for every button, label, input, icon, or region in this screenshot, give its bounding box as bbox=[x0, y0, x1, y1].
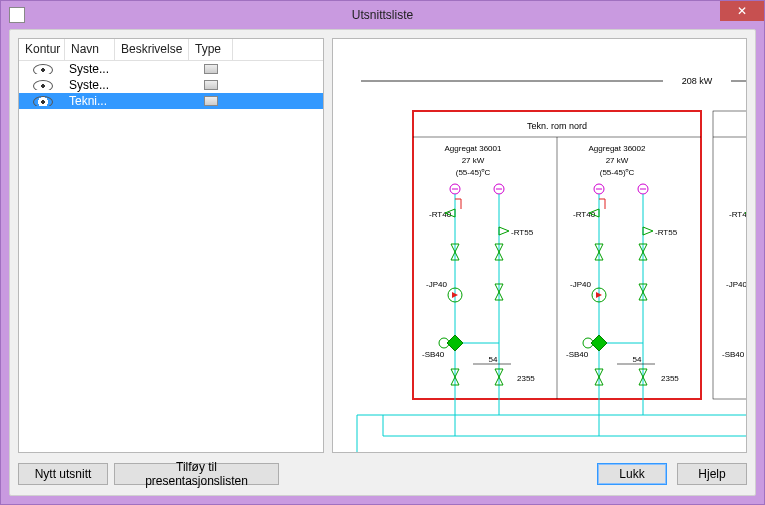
lukk-button[interactable]: Lukk bbox=[597, 463, 667, 485]
svg-text:-SB40: -SB40 bbox=[722, 350, 745, 359]
room-title: Tekn. rom nord bbox=[527, 121, 587, 131]
eye-icon bbox=[33, 80, 51, 90]
svg-text:54: 54 bbox=[633, 355, 642, 364]
type-swatch bbox=[204, 64, 218, 74]
svg-text:(55-45)ºC: (55-45)ºC bbox=[600, 168, 635, 177]
svg-text:54: 54 bbox=[489, 355, 498, 364]
col-header-type[interactable]: Type bbox=[189, 39, 233, 60]
unit-3: A -RT40 -JP40 -SB40 bbox=[713, 111, 747, 399]
titlebar: Utsnittsliste ✕ bbox=[1, 1, 764, 29]
svg-text:27 kW: 27 kW bbox=[462, 156, 485, 165]
svg-text:2355: 2355 bbox=[517, 374, 535, 383]
col-header-kontur[interactable]: Kontur bbox=[19, 39, 65, 60]
nytt-utsnitt-button[interactable]: Nytt utsnitt bbox=[18, 463, 108, 485]
window: Utsnittsliste ✕ Kontur Navn Beskrivelse … bbox=[0, 0, 765, 505]
button-row: Nytt utsnitt Tilføy til presentasjonslis… bbox=[18, 463, 747, 487]
list-row[interactable]: Tekni... bbox=[19, 93, 323, 109]
svg-text:27 kW: 27 kW bbox=[606, 156, 629, 165]
unit-1: Aggregat 36001 27 kW (55-45)ºC -RT40 -RT… bbox=[422, 144, 535, 399]
eye-icon bbox=[33, 64, 51, 74]
svg-marker-30 bbox=[447, 335, 463, 351]
close-button[interactable]: ✕ bbox=[720, 1, 764, 21]
preview-panel: 208 kW Tekn. rom nord Aggregat 36001 27 … bbox=[332, 38, 747, 453]
power-label: 208 kW bbox=[682, 76, 713, 86]
svg-text:-RT40: -RT40 bbox=[729, 210, 747, 219]
cell-navn: Syste... bbox=[65, 78, 115, 92]
svg-text:-SB40: -SB40 bbox=[422, 350, 445, 359]
cell-navn: Tekni... bbox=[65, 94, 115, 108]
svg-text:Aggregat 36002: Aggregat 36002 bbox=[589, 144, 646, 153]
svg-text:-RT55: -RT55 bbox=[655, 228, 678, 237]
tilfoy-button[interactable]: Tilføy til presentasjonslisten bbox=[114, 463, 279, 485]
eye-icon bbox=[33, 96, 51, 106]
svg-marker-18 bbox=[499, 227, 509, 235]
type-swatch bbox=[204, 80, 218, 90]
svg-text:(55-45)ºC: (55-45)ºC bbox=[456, 168, 491, 177]
window-title: Utsnittsliste bbox=[1, 8, 764, 22]
svg-marker-53 bbox=[643, 227, 653, 235]
svg-text:-SB40: -SB40 bbox=[566, 350, 589, 359]
client-area: Kontur Navn Beskrivelse Type Syste... Sy… bbox=[9, 29, 756, 496]
cell-navn: Syste... bbox=[65, 62, 115, 76]
svg-marker-65 bbox=[591, 335, 607, 351]
col-header-navn[interactable]: Navn bbox=[65, 39, 115, 60]
close-icon: ✕ bbox=[737, 4, 747, 18]
list-panel: Kontur Navn Beskrivelse Type Syste... Sy… bbox=[18, 38, 324, 453]
svg-text:2355: 2355 bbox=[661, 374, 679, 383]
svg-text:-JP40: -JP40 bbox=[570, 280, 591, 289]
diagram: 208 kW Tekn. rom nord Aggregat 36001 27 … bbox=[333, 39, 747, 452]
svg-text:-JP40: -JP40 bbox=[426, 280, 447, 289]
list-row[interactable]: Syste... bbox=[19, 77, 323, 93]
list-header: Kontur Navn Beskrivelse Type bbox=[19, 39, 323, 61]
unit-2: Aggregat 36002 27 kW (55-45)ºC -RT40 -RT… bbox=[566, 144, 679, 399]
svg-text:-JP40: -JP40 bbox=[726, 280, 747, 289]
list-row[interactable]: Syste... bbox=[19, 61, 323, 77]
svg-text:-RT55: -RT55 bbox=[511, 228, 534, 237]
type-swatch bbox=[204, 96, 218, 106]
col-header-beskrivelse[interactable]: Beskrivelse bbox=[115, 39, 189, 60]
list-body: Syste... Syste... Tekni... bbox=[19, 61, 323, 109]
svg-text:Aggregat 36001: Aggregat 36001 bbox=[445, 144, 502, 153]
hjelp-button[interactable]: Hjelp bbox=[677, 463, 747, 485]
